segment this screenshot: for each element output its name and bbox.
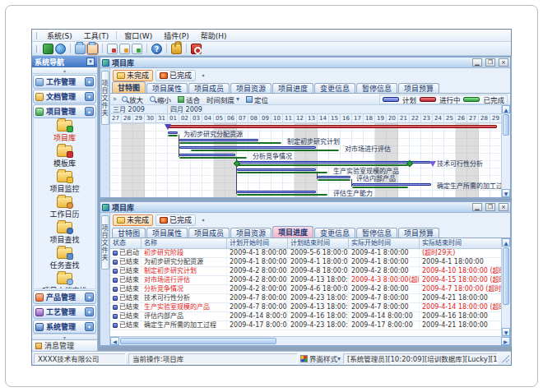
table-row[interactable]: 已结束生产实验室规模的产品2009-4-7 8:00:002009-4-13 1…: [110, 303, 510, 312]
restore-button[interactable]: ❐: [485, 203, 495, 211]
actual-bar[interactable]: [237, 194, 327, 196]
filter-overflow-icon[interactable]: ▾: [198, 215, 208, 225]
plan-bar[interactable]: [168, 131, 178, 134]
tab-项目资源[interactable]: 项目资源: [230, 228, 272, 238]
tab-变更信息[interactable]: 变更信息: [314, 228, 355, 238]
menu-tools[interactable]: 工具(T): [78, 30, 115, 42]
resize-grip[interactable]: [501, 354, 509, 362]
sidebar-collapse-strip[interactable]: ▴: [32, 67, 97, 74]
minimize-button[interactable]: ▁: [472, 203, 482, 211]
tab-项目预算[interactable]: 项目预算: [398, 228, 439, 238]
tab-项目进度[interactable]: 项目进度: [272, 226, 313, 238]
summary-task-bar[interactable]: [168, 125, 497, 128]
report-green-icon[interactable]: [132, 44, 142, 54]
sidebar-group-bottom-1[interactable]: 工艺管理▾: [33, 305, 96, 319]
sidebar-item-5[interactable]: 任务查找: [34, 247, 95, 270]
toolbar-overflow-icon[interactable]: »: [113, 95, 117, 103]
close-button[interactable]: ×: [499, 58, 508, 67]
table-row[interactable]: 已结束对市场进行评估2009-4-2 8:00:002009-4-13 18:0…: [110, 276, 510, 285]
tab-项目成员[interactable]: 项目成员: [188, 83, 230, 93]
help-icon[interactable]: ?: [151, 44, 162, 54]
exit-icon[interactable]: [191, 44, 202, 54]
tab-项目预算[interactable]: 项目预算: [398, 83, 439, 93]
actual-bar[interactable]: [318, 179, 350, 181]
table-vertical-scrollbar[interactable]: ▲ ▼: [501, 238, 510, 336]
chevron-down-icon[interactable]: ▾: [85, 322, 94, 331]
project-folder-vertical-tab[interactable]: 项目文件夹: [101, 215, 109, 270]
zoom-out-button[interactable]: 缩小: [148, 95, 173, 104]
column-header-1[interactable]: 名称: [142, 238, 227, 249]
actual-bar[interactable]: [179, 142, 281, 144]
plan-bar[interactable]: [237, 191, 316, 193]
sidebar-group-project[interactable]: 项目管理▴: [33, 104, 96, 118]
report-red-icon[interactable]: [107, 44, 118, 54]
sidebar-group-0[interactable]: 工作管理▾: [33, 75, 96, 89]
restore-button[interactable]: ❐: [485, 58, 495, 67]
style-button[interactable]: 界面样式 ▾: [300, 353, 341, 363]
menu-plugins[interactable]: 插件(P): [158, 30, 194, 42]
menu-system[interactable]: 系统(S): [41, 30, 78, 42]
table-horizontal-scrollbar[interactable]: ◀ ▶: [110, 336, 510, 345]
scroll-thumb[interactable]: [503, 114, 509, 136]
gantt-window-titlebar[interactable]: 项目库 ▁ ❐ ×: [100, 58, 510, 68]
actual-bar[interactable]: [191, 150, 339, 151]
chevron-up-icon[interactable]: ▴: [85, 107, 94, 116]
scroll-down-icon[interactable]: ▼: [502, 328, 510, 336]
sidebar-group-bottom-2[interactable]: 系统管理▾: [33, 320, 96, 334]
sidebar-group-1[interactable]: 文档管理▾: [33, 90, 96, 104]
column-header-2[interactable]: 计划开始时间: [227, 238, 288, 249]
column-header-0[interactable]: 状态: [110, 238, 142, 249]
actual-bar[interactable]: [237, 164, 408, 166]
table-row[interactable]: 已结束制定初步研究计划2009-4-2 8:00:002009-4-8 18:0…: [110, 267, 510, 276]
sidebar-header-dropdown-icon[interactable]: ▾: [86, 58, 95, 66]
plan-bar[interactable]: [179, 139, 258, 141]
table-window-titlebar[interactable]: 项目库 ▁ ❐ ×: [100, 202, 510, 213]
minimize-button[interactable]: ▁: [472, 58, 482, 67]
plan-bar[interactable]: [179, 146, 316, 149]
tab-项目进度[interactable]: 项目进度: [272, 83, 313, 93]
table-row[interactable]: 已结束评估内部产品2009-4-14 8:00:002009-4-16 18:0…: [110, 312, 510, 321]
table-row[interactable]: 已启动初步研究阶段2009-4-1 8:00:002009-5-6 18:00:…: [110, 249, 510, 258]
sidebar-item-1[interactable]: 模板库: [34, 145, 95, 168]
browser-icon[interactable]: [55, 44, 66, 54]
tab-甘特图[interactable]: 甘特图: [112, 228, 146, 238]
sidebar-overflow-strip[interactable]: ▾: [32, 334, 97, 339]
plan-bar[interactable]: [237, 168, 316, 171]
scroll-down-icon[interactable]: ▼: [502, 189, 510, 197]
sidebar-item-3[interactable]: 工作日历: [34, 196, 95, 219]
column-header-3[interactable]: 计划结束时间: [288, 238, 349, 249]
chevron-down-icon[interactable]: ▾: [85, 92, 94, 101]
scroll-left-icon[interactable]: ◀: [110, 337, 119, 345]
tab-项目属性[interactable]: 项目属性: [146, 83, 188, 93]
table-row[interactable]: 已结束技术可行性分析2009-4-7 8:00:002009-4-23 18:0…: [110, 294, 510, 303]
tab-项目属性[interactable]: 项目属性: [146, 228, 188, 238]
scroll-up-icon[interactable]: ▲: [502, 238, 510, 247]
actual-bar[interactable]: [179, 157, 247, 159]
zoom-in-button[interactable]: 放大: [120, 95, 145, 104]
locate-button[interactable]: 定位: [244, 95, 270, 104]
network-icon[interactable]: [43, 44, 53, 54]
table-row[interactable]: 已结束为初步研究分配资源2009-4-1 8:00:002009-4-1 18:…: [110, 258, 510, 267]
sidebar-item-6[interactable]: 项目文档查找: [34, 273, 95, 289]
tab-项目资源[interactable]: 项目资源: [230, 83, 272, 93]
chevron-down-icon[interactable]: ▾: [85, 77, 94, 86]
unfinished-filter-button[interactable]: 未完成: [113, 70, 153, 81]
finished-filter-button[interactable]: 已完成: [155, 70, 196, 81]
tab-变更信息[interactable]: 变更信息: [314, 83, 355, 93]
tab-暂停信息[interactable]: 暂停信息: [356, 228, 397, 238]
plan-bar[interactable]: [179, 154, 235, 156]
fit-button[interactable]: 适合: [176, 95, 202, 104]
gantt-vertical-scrollbar[interactable]: ▲ ▼: [501, 105, 510, 197]
time-scale-button[interactable]: 时间刻度▾: [205, 95, 241, 104]
actual-bar[interactable]: [352, 187, 408, 188]
plan-bar[interactable]: [352, 183, 431, 186]
chevron-down-icon[interactable]: ▾: [85, 293, 94, 302]
sidebar-group-bottom-0[interactable]: 产品管理▾: [33, 290, 96, 304]
plan-bar[interactable]: [318, 176, 350, 178]
menu-help[interactable]: 帮助(H): [195, 30, 233, 42]
scroll-thumb[interactable]: [503, 247, 509, 305]
open-folder-icon[interactable]: [87, 44, 98, 54]
sidebar-item-0[interactable]: 项目库: [34, 120, 95, 143]
actual-bar[interactable]: [168, 135, 178, 136]
column-header-4[interactable]: 实际开始时间: [349, 238, 420, 249]
